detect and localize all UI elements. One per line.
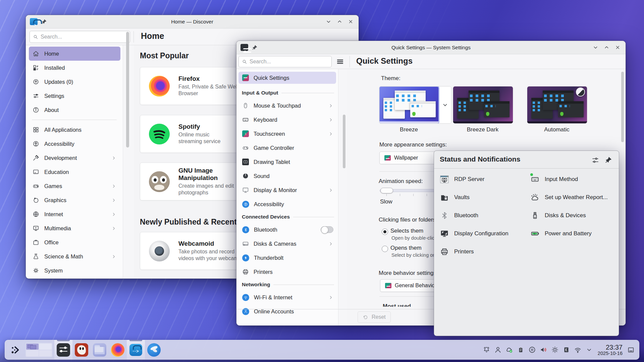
tray-expand-chevron-icon[interactable] (584, 343, 595, 357)
popup-item-display-configuration[interactable]: Display Configuration (439, 227, 508, 240)
sidebar-item-sound[interactable]: Sound (236, 169, 338, 183)
sidebar-item-office[interactable]: Office (29, 235, 120, 249)
popup-item-rdp-server[interactable]: RDP Server (439, 173, 484, 186)
theme-option-breeze[interactable] (379, 86, 451, 124)
theme-option-breeze-dark[interactable] (453, 86, 513, 124)
close-button[interactable] (613, 44, 622, 52)
configure-icon[interactable] (591, 156, 599, 164)
sidebar-item-mouse-touchpad[interactable]: Mouse & Touchpad (236, 99, 338, 113)
minimize-button[interactable] (591, 44, 599, 52)
keyboard-layout-icon[interactable] (561, 343, 572, 357)
sidebar-item-drawing-tablet[interactable]: Drawing Tablet (236, 155, 338, 169)
sidebar-item-system[interactable]: System (29, 263, 120, 278)
theme-dropdown-button[interactable] (439, 86, 451, 123)
popup-item-weather-report[interactable]: Set up Weather Report... (530, 191, 608, 204)
vault-icon (439, 192, 449, 202)
close-button[interactable] (346, 18, 355, 26)
brightness-icon[interactable] (549, 343, 561, 357)
monitor-icon (242, 187, 249, 193)
task-firefox[interactable] (109, 340, 127, 360)
sidebar-scrollbar[interactable] (343, 115, 345, 168)
popup-item-printers[interactable]: Printers (439, 245, 474, 258)
network-wifi-icon[interactable] (572, 343, 584, 357)
maximize-button[interactable] (602, 44, 610, 52)
volume-icon[interactable] (538, 343, 549, 357)
search-input[interactable] (41, 34, 127, 40)
task-discover[interactable] (127, 340, 145, 360)
breeze-dark-preview[interactable] (453, 86, 513, 123)
accessibility-icon (33, 140, 39, 147)
media-pause-icon[interactable] (527, 343, 538, 357)
sidebar-item-bluetooth[interactable]: Bluetooth (236, 223, 338, 237)
clipboard-icon[interactable] (515, 343, 527, 357)
sidebar-item-keyboard[interactable]: Keyboard (236, 113, 338, 127)
sidebar-item-multimedia[interactable]: Multimedia (29, 221, 120, 235)
sidebar-item-printers[interactable]: Printers (236, 265, 338, 279)
task-falkon[interactable] (145, 340, 163, 360)
popup-item-disks-devices[interactable]: Disks & Devices (530, 209, 586, 222)
sidebar-item-online-accounts[interactable]: Online Accounts (236, 304, 338, 318)
drive-icon (242, 240, 249, 247)
radio-opens-them[interactable] (382, 246, 388, 252)
sidebar-item-disks-cameras[interactable]: Disks & Cameras (236, 237, 338, 251)
search-input[interactable] (250, 59, 328, 65)
digital-clock[interactable]: 23:37 2025-10-16 (598, 344, 623, 356)
pin-icon[interactable] (252, 45, 258, 50)
sidebar-item-quick-settings[interactable]: Quick Settings (238, 72, 336, 84)
sidebar-item-internet[interactable]: Internet (29, 207, 120, 221)
sidebar-item-about[interactable]: About (29, 103, 120, 117)
radio-selects-them[interactable] (382, 229, 388, 235)
pin-icon[interactable] (41, 19, 47, 24)
tablet-icon (242, 159, 249, 165)
content-scrollbar[interactable] (621, 72, 624, 142)
pin-icon[interactable] (605, 156, 612, 164)
wallpaper-button[interactable]: Wallpaper (379, 152, 436, 164)
settings-titlebar[interactable]: Quick Settings — System Settings (236, 41, 626, 54)
cloud-sync-icon[interactable] (504, 343, 515, 357)
sidebar-item-education[interactable]: Education (29, 165, 120, 179)
hamburger-menu-icon[interactable] (335, 58, 345, 66)
sidebar-item-touchscreen[interactable]: Touchscreen (236, 127, 338, 141)
input-method-icon (530, 174, 540, 184)
sidebar-item-all-applications[interactable]: All Applications (29, 123, 120, 137)
sidebar-item-installed[interactable]: Installed (29, 61, 120, 75)
search-field[interactable] (30, 31, 130, 43)
bluetooth-toggle[interactable] (321, 226, 333, 233)
sidebar-item-accessibility[interactable]: Accessibility (236, 197, 338, 211)
sidebar-item-display-monitor[interactable]: Display & Monitor (236, 183, 338, 197)
sidebar-item-science-math[interactable]: Science & Math (29, 249, 120, 263)
minimize-button[interactable] (324, 18, 332, 26)
popup-item-bluetooth[interactable]: Bluetooth (439, 209, 478, 222)
sidebar-item-accessibility[interactable]: Accessibility (29, 137, 120, 151)
sidebar-item-settings[interactable]: Settings (29, 89, 120, 103)
sidebar-item-development[interactable]: Development (29, 151, 120, 165)
popup-item-vaults[interactable]: Vaults (439, 191, 470, 204)
notifications-icon[interactable] (481, 343, 492, 357)
sidebar-item-games[interactable]: Games (29, 179, 120, 193)
sidebar-item-updates[interactable]: Updates (0) (29, 75, 120, 89)
sidebar-scrollbar[interactable] (126, 32, 129, 147)
maximize-button[interactable] (335, 18, 343, 26)
taskbar: 23:37 2025-10-16 (5, 340, 639, 360)
breeze-preview[interactable] (379, 86, 439, 123)
sidebar-item-home[interactable]: Home (29, 47, 120, 61)
sidebar-item-graphics[interactable]: Graphics (29, 193, 120, 207)
sidebar-item-game-controller[interactable]: Game Controller (236, 141, 338, 155)
search-field[interactable] (238, 56, 332, 67)
popup-item-power-battery[interactable]: Power and Battery (530, 227, 592, 240)
slider-handle[interactable] (380, 188, 393, 193)
sidebar-item-thunderbolt[interactable]: Thunderbolt (236, 251, 338, 265)
app-launcher-button[interactable] (8, 340, 23, 360)
sidebar-item-wifi-internet[interactable]: Wi-Fi & Internet (236, 290, 338, 304)
popup-item-input-method[interactable]: Input Method (530, 173, 578, 186)
search-icon (33, 34, 38, 40)
task-ghostwriter[interactable] (72, 340, 91, 360)
task-system-settings[interactable] (54, 340, 72, 360)
task-dolphin[interactable] (91, 340, 109, 360)
reset-button[interactable]: Reset (358, 311, 391, 323)
virtual-desktop-pager[interactable] (25, 343, 52, 357)
discover-titlebar[interactable]: Home — Discover (26, 15, 359, 28)
user-icon[interactable] (492, 343, 504, 357)
show-desktop-button[interactable] (626, 343, 636, 357)
sliders-icon (33, 93, 39, 99)
